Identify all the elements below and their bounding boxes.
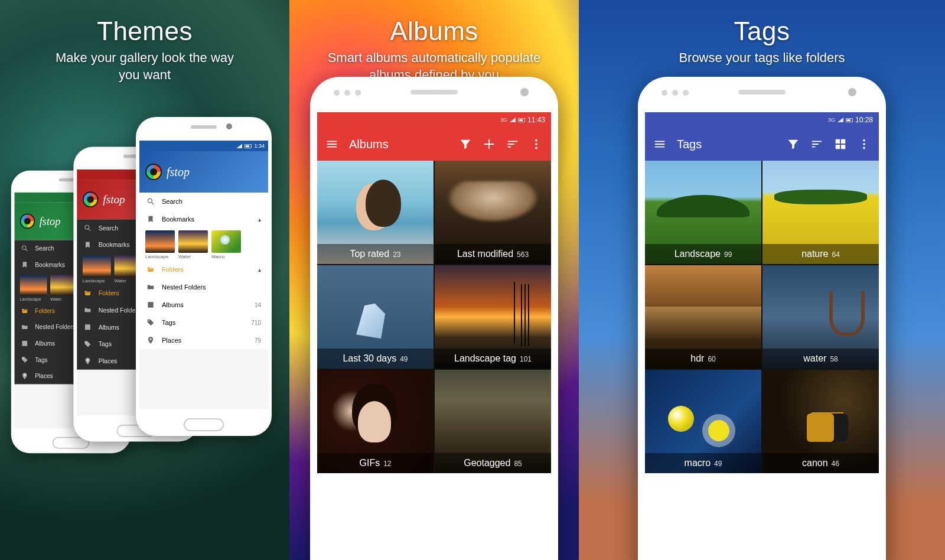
- menu-icon[interactable]: [653, 138, 666, 151]
- pin-icon: [21, 372, 28, 380]
- phone-stack: 1:34fstopSearchBookmarks▴LandscapeWaterM…: [6, 117, 284, 560]
- svg-point-12: [535, 139, 537, 142]
- sort-icon[interactable]: [506, 138, 519, 151]
- status-bar: 1:34: [139, 141, 268, 151]
- bookmark-icon: [21, 261, 28, 269]
- folder-open-icon: [21, 307, 28, 315]
- promo-panel-themes: Themes Make your gallery look the way yo…: [0, 0, 289, 560]
- bookmark-icon: [146, 215, 155, 223]
- drawer-item-label: Albums: [99, 324, 119, 331]
- svg-point-4: [85, 225, 89, 229]
- drawer-header: fstop: [139, 151, 268, 193]
- folders-label: Folders: [99, 289, 119, 297]
- svg-point-13: [535, 143, 537, 145]
- drawer-item-label: Nested Folders: [99, 307, 141, 314]
- home-button[interactable]: [184, 418, 224, 431]
- tag-icon: [21, 356, 28, 364]
- thumb-label: Landscape: [83, 278, 111, 284]
- app-logo-icon: [145, 164, 162, 180]
- status-time: 11:43: [527, 116, 545, 124]
- thumb-label: Landscape: [145, 254, 175, 259]
- bookmark-thumb[interactable]: Landscape: [20, 275, 47, 301]
- svg-point-6: [86, 342, 87, 343]
- panel-title: Themes: [0, 17, 289, 46]
- app-brand: fstop: [103, 193, 125, 206]
- tag-tile[interactable]: water58: [762, 265, 879, 369]
- image-icon: [21, 340, 28, 347]
- app-brand: fstop: [167, 165, 190, 179]
- tag-tile[interactable]: canon46: [762, 370, 879, 473]
- search-label: Search: [162, 198, 183, 205]
- signal-icon: [236, 144, 242, 148]
- view-grid-icon[interactable]: [834, 138, 847, 151]
- app-brand: fstop: [40, 215, 61, 227]
- promo-panel-albums: Albums Smart albums automatically popula…: [289, 0, 579, 560]
- panel-subtitle: Make your gallery look the way you want: [0, 50, 289, 83]
- signal-icon: [510, 118, 516, 122]
- app-bar: Tags: [645, 128, 879, 161]
- bookmark-thumb[interactable]: Water: [178, 230, 208, 259]
- phone-tags: 3G 10:28 Tags Landscape99 nature64 hdr60…: [638, 77, 886, 560]
- add-icon[interactable]: [483, 138, 496, 151]
- headline: Themes Make your gallery look the way yo…: [0, 0, 289, 83]
- tag-tile[interactable]: Landscape99: [645, 161, 761, 264]
- drawer-item-count: 14: [255, 302, 261, 308]
- svg-point-2: [22, 357, 24, 359]
- search-icon: [21, 245, 28, 252]
- folder-icon: [84, 306, 92, 314]
- drawer-item[interactable]: Albums14: [139, 296, 268, 314]
- folders-row[interactable]: Folders▴: [139, 261, 268, 278]
- svg-point-7: [87, 359, 89, 361]
- filter-icon[interactable]: [787, 138, 800, 151]
- album-tile[interactable]: Geotagged85: [435, 370, 551, 473]
- menu-icon[interactable]: [325, 138, 338, 151]
- overflow-icon[interactable]: [858, 138, 871, 151]
- search-row[interactable]: Search: [139, 193, 268, 210]
- folders-label: Folders: [35, 308, 55, 314]
- svg-point-0: [22, 246, 26, 249]
- albums-screen: 3G 11:43 Albums Top rated23 Last modifie…: [317, 112, 551, 560]
- album-tile[interactable]: Last modified563: [435, 161, 551, 264]
- bookmark-thumb[interactable]: Landscape: [83, 256, 111, 284]
- albums-grid: Top rated23 Last modified563 Last 30 day…: [317, 161, 551, 473]
- image-icon: [146, 301, 155, 309]
- album-tile[interactable]: Landscape tag101: [435, 265, 551, 369]
- tag-tile[interactable]: nature64: [762, 161, 879, 264]
- panel-title: Tags: [579, 17, 945, 46]
- sort-icon[interactable]: [810, 138, 823, 151]
- svg-line-1: [25, 249, 27, 251]
- tag-tile[interactable]: hdr60: [645, 265, 761, 369]
- headline: Tags Browse your tags like folders: [579, 0, 945, 67]
- search-label: Search: [99, 224, 118, 232]
- headline: Albums Smart albums automatically popula…: [289, 0, 579, 83]
- bookmark-thumb[interactable]: Landscape: [145, 230, 175, 259]
- thumb-label: Macro: [211, 254, 241, 259]
- folder-open-icon: [84, 289, 92, 297]
- battery-icon: [245, 144, 252, 148]
- pin-icon: [146, 336, 155, 344]
- bookmarks-row[interactable]: Bookmarks▴: [139, 210, 268, 228]
- image-icon: [84, 323, 92, 331]
- album-tile[interactable]: GIFs12: [317, 370, 434, 473]
- chevron-up-icon: ▴: [258, 266, 261, 273]
- overflow-icon[interactable]: [530, 138, 543, 151]
- drawer-item-label: Places: [35, 373, 53, 379]
- svg-line-9: [152, 203, 154, 205]
- bookmark-thumb[interactable]: Macro: [211, 230, 241, 259]
- filter-icon[interactable]: [459, 138, 472, 151]
- album-tile[interactable]: Last 30 days49: [317, 265, 434, 369]
- signal-icon: [838, 118, 843, 122]
- tags-grid: Landscape99 nature64 hdr60 water58 macro…: [645, 161, 879, 473]
- svg-point-14: [535, 147, 537, 149]
- tag-icon: [146, 318, 155, 327]
- drawer-item[interactable]: Nested Folders: [139, 278, 268, 296]
- drawer-item-label: Nested Folders: [162, 284, 206, 291]
- drawer-item-label: Places: [162, 337, 181, 344]
- tags-screen: 3G 10:28 Tags Landscape99 nature64 hdr60…: [645, 112, 879, 560]
- svg-line-5: [89, 229, 90, 230]
- drawer-item[interactable]: Tags710: [139, 314, 268, 331]
- folder-icon: [21, 323, 28, 331]
- tag-tile[interactable]: macro49: [645, 370, 761, 473]
- drawer-item[interactable]: Places79: [139, 331, 268, 349]
- album-tile[interactable]: Top rated23: [317, 161, 434, 264]
